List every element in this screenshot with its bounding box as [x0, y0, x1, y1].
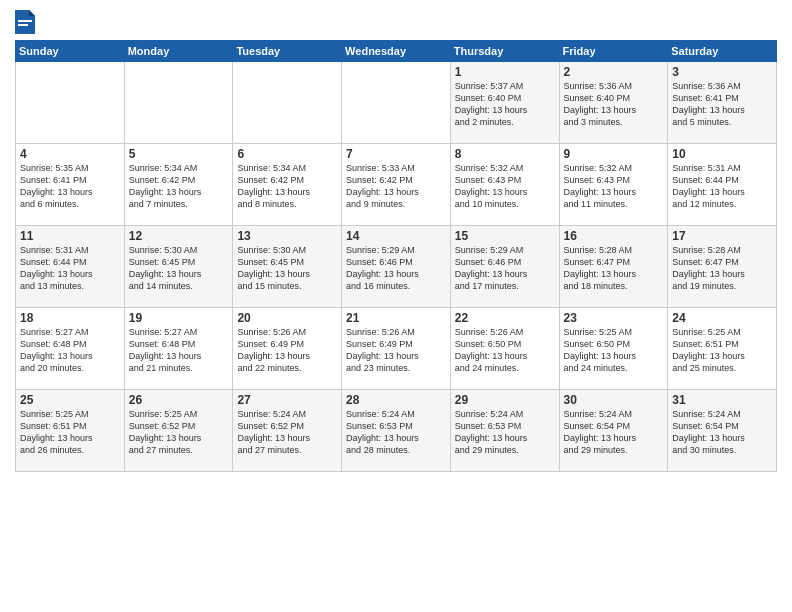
logo: [15, 10, 39, 34]
day-number: 12: [129, 229, 229, 243]
table-row: 29Sunrise: 5:24 AM Sunset: 6:53 PM Dayli…: [450, 390, 559, 472]
day-number: 18: [20, 311, 120, 325]
day-info: Sunrise: 5:25 AM Sunset: 6:51 PM Dayligh…: [20, 408, 120, 457]
day-info: Sunrise: 5:24 AM Sunset: 6:52 PM Dayligh…: [237, 408, 337, 457]
calendar-table: Sunday Monday Tuesday Wednesday Thursday…: [15, 40, 777, 472]
day-info: Sunrise: 5:34 AM Sunset: 6:42 PM Dayligh…: [129, 162, 229, 211]
table-row: 1Sunrise: 5:37 AM Sunset: 6:40 PM Daylig…: [450, 62, 559, 144]
table-row: 21Sunrise: 5:26 AM Sunset: 6:49 PM Dayli…: [342, 308, 451, 390]
table-row: 7Sunrise: 5:33 AM Sunset: 6:42 PM Daylig…: [342, 144, 451, 226]
day-number: 4: [20, 147, 120, 161]
table-row: 20Sunrise: 5:26 AM Sunset: 6:49 PM Dayli…: [233, 308, 342, 390]
svg-rect-3: [18, 24, 28, 26]
table-row: 6Sunrise: 5:34 AM Sunset: 6:42 PM Daylig…: [233, 144, 342, 226]
table-row: 10Sunrise: 5:31 AM Sunset: 6:44 PM Dayli…: [668, 144, 777, 226]
table-row: [124, 62, 233, 144]
header-monday: Monday: [124, 41, 233, 62]
header-saturday: Saturday: [668, 41, 777, 62]
day-info: Sunrise: 5:26 AM Sunset: 6:49 PM Dayligh…: [346, 326, 446, 375]
day-info: Sunrise: 5:28 AM Sunset: 6:47 PM Dayligh…: [564, 244, 664, 293]
day-info: Sunrise: 5:25 AM Sunset: 6:52 PM Dayligh…: [129, 408, 229, 457]
day-number: 28: [346, 393, 446, 407]
day-info: Sunrise: 5:31 AM Sunset: 6:44 PM Dayligh…: [672, 162, 772, 211]
day-number: 24: [672, 311, 772, 325]
day-info: Sunrise: 5:28 AM Sunset: 6:47 PM Dayligh…: [672, 244, 772, 293]
svg-rect-2: [18, 20, 32, 22]
day-number: 29: [455, 393, 555, 407]
day-number: 6: [237, 147, 337, 161]
day-number: 26: [129, 393, 229, 407]
day-number: 25: [20, 393, 120, 407]
day-number: 16: [564, 229, 664, 243]
table-row: 16Sunrise: 5:28 AM Sunset: 6:47 PM Dayli…: [559, 226, 668, 308]
header-sunday: Sunday: [16, 41, 125, 62]
day-number: 14: [346, 229, 446, 243]
day-info: Sunrise: 5:30 AM Sunset: 6:45 PM Dayligh…: [237, 244, 337, 293]
table-row: [233, 62, 342, 144]
calendar-week-row: 4Sunrise: 5:35 AM Sunset: 6:41 PM Daylig…: [16, 144, 777, 226]
calendar-body: 1Sunrise: 5:37 AM Sunset: 6:40 PM Daylig…: [16, 62, 777, 472]
day-info: Sunrise: 5:24 AM Sunset: 6:54 PM Dayligh…: [672, 408, 772, 457]
day-info: Sunrise: 5:26 AM Sunset: 6:50 PM Dayligh…: [455, 326, 555, 375]
table-row: 9Sunrise: 5:32 AM Sunset: 6:43 PM Daylig…: [559, 144, 668, 226]
calendar-week-row: 11Sunrise: 5:31 AM Sunset: 6:44 PM Dayli…: [16, 226, 777, 308]
header-wednesday: Wednesday: [342, 41, 451, 62]
table-row: 27Sunrise: 5:24 AM Sunset: 6:52 PM Dayli…: [233, 390, 342, 472]
header-thursday: Thursday: [450, 41, 559, 62]
header-friday: Friday: [559, 41, 668, 62]
day-info: Sunrise: 5:32 AM Sunset: 6:43 PM Dayligh…: [564, 162, 664, 211]
day-number: 15: [455, 229, 555, 243]
day-number: 31: [672, 393, 772, 407]
day-info: Sunrise: 5:26 AM Sunset: 6:49 PM Dayligh…: [237, 326, 337, 375]
day-info: Sunrise: 5:34 AM Sunset: 6:42 PM Dayligh…: [237, 162, 337, 211]
day-number: 17: [672, 229, 772, 243]
calendar-week-row: 1Sunrise: 5:37 AM Sunset: 6:40 PM Daylig…: [16, 62, 777, 144]
day-info: Sunrise: 5:29 AM Sunset: 6:46 PM Dayligh…: [346, 244, 446, 293]
day-info: Sunrise: 5:37 AM Sunset: 6:40 PM Dayligh…: [455, 80, 555, 129]
day-number: 10: [672, 147, 772, 161]
day-info: Sunrise: 5:24 AM Sunset: 6:53 PM Dayligh…: [346, 408, 446, 457]
day-info: Sunrise: 5:31 AM Sunset: 6:44 PM Dayligh…: [20, 244, 120, 293]
page-container: Sunday Monday Tuesday Wednesday Thursday…: [0, 0, 792, 482]
day-info: Sunrise: 5:30 AM Sunset: 6:45 PM Dayligh…: [129, 244, 229, 293]
logo-icon: [15, 10, 35, 34]
header-tuesday: Tuesday: [233, 41, 342, 62]
table-row: [342, 62, 451, 144]
day-info: Sunrise: 5:27 AM Sunset: 6:48 PM Dayligh…: [129, 326, 229, 375]
calendar-header-row: Sunday Monday Tuesday Wednesday Thursday…: [16, 41, 777, 62]
table-row: 30Sunrise: 5:24 AM Sunset: 6:54 PM Dayli…: [559, 390, 668, 472]
calendar-week-row: 25Sunrise: 5:25 AM Sunset: 6:51 PM Dayli…: [16, 390, 777, 472]
header: [15, 10, 777, 34]
day-info: Sunrise: 5:25 AM Sunset: 6:50 PM Dayligh…: [564, 326, 664, 375]
day-info: Sunrise: 5:36 AM Sunset: 6:41 PM Dayligh…: [672, 80, 772, 129]
day-info: Sunrise: 5:24 AM Sunset: 6:54 PM Dayligh…: [564, 408, 664, 457]
day-number: 7: [346, 147, 446, 161]
table-row: 8Sunrise: 5:32 AM Sunset: 6:43 PM Daylig…: [450, 144, 559, 226]
table-row: 2Sunrise: 5:36 AM Sunset: 6:40 PM Daylig…: [559, 62, 668, 144]
calendar-week-row: 18Sunrise: 5:27 AM Sunset: 6:48 PM Dayli…: [16, 308, 777, 390]
day-number: 8: [455, 147, 555, 161]
table-row: 18Sunrise: 5:27 AM Sunset: 6:48 PM Dayli…: [16, 308, 125, 390]
table-row: 22Sunrise: 5:26 AM Sunset: 6:50 PM Dayli…: [450, 308, 559, 390]
table-row: 17Sunrise: 5:28 AM Sunset: 6:47 PM Dayli…: [668, 226, 777, 308]
day-info: Sunrise: 5:27 AM Sunset: 6:48 PM Dayligh…: [20, 326, 120, 375]
day-info: Sunrise: 5:33 AM Sunset: 6:42 PM Dayligh…: [346, 162, 446, 211]
table-row: 24Sunrise: 5:25 AM Sunset: 6:51 PM Dayli…: [668, 308, 777, 390]
day-number: 3: [672, 65, 772, 79]
table-row: 31Sunrise: 5:24 AM Sunset: 6:54 PM Dayli…: [668, 390, 777, 472]
day-number: 11: [20, 229, 120, 243]
table-row: 28Sunrise: 5:24 AM Sunset: 6:53 PM Dayli…: [342, 390, 451, 472]
day-number: 22: [455, 311, 555, 325]
day-number: 2: [564, 65, 664, 79]
day-info: Sunrise: 5:25 AM Sunset: 6:51 PM Dayligh…: [672, 326, 772, 375]
table-row: 23Sunrise: 5:25 AM Sunset: 6:50 PM Dayli…: [559, 308, 668, 390]
day-number: 27: [237, 393, 337, 407]
day-number: 1: [455, 65, 555, 79]
table-row: 25Sunrise: 5:25 AM Sunset: 6:51 PM Dayli…: [16, 390, 125, 472]
table-row: 5Sunrise: 5:34 AM Sunset: 6:42 PM Daylig…: [124, 144, 233, 226]
day-info: Sunrise: 5:24 AM Sunset: 6:53 PM Dayligh…: [455, 408, 555, 457]
day-info: Sunrise: 5:35 AM Sunset: 6:41 PM Dayligh…: [20, 162, 120, 211]
day-number: 13: [237, 229, 337, 243]
day-number: 23: [564, 311, 664, 325]
table-row: 11Sunrise: 5:31 AM Sunset: 6:44 PM Dayli…: [16, 226, 125, 308]
